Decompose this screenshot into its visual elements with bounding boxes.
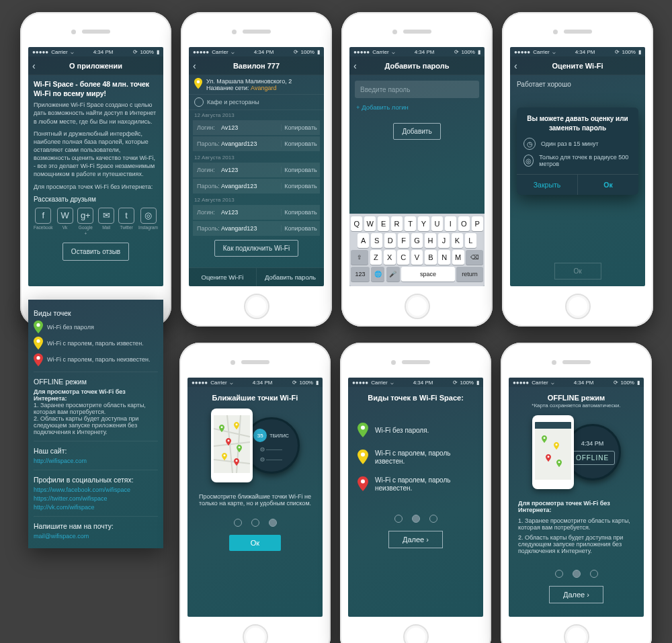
rate-tab[interactable]: Оцените Wi-Fi bbox=[189, 268, 256, 286]
key-z[interactable]: Z bbox=[370, 250, 382, 265]
return-key[interactable]: return bbox=[456, 267, 483, 282]
key-d[interactable]: D bbox=[384, 233, 396, 248]
shift-key[interactable]: ⇧ bbox=[351, 250, 368, 265]
leave-review-button[interactable]: Оставить отзыв bbox=[62, 243, 129, 261]
key-c[interactable]: C bbox=[397, 250, 409, 265]
page-dot[interactable] bbox=[590, 570, 598, 578]
clock-icon: ◷ bbox=[523, 138, 536, 150]
copy-button[interactable]: Копировать bbox=[281, 225, 320, 232]
password-input[interactable]: Введите пароль bbox=[355, 81, 479, 98]
key-s[interactable]: S bbox=[371, 233, 382, 248]
delete-key[interactable]: ⌫ bbox=[466, 250, 483, 265]
page-dot[interactable] bbox=[394, 515, 403, 523]
home-button[interactable] bbox=[403, 624, 429, 643]
page-dot-active[interactable] bbox=[269, 519, 277, 527]
key-o[interactable]: O bbox=[458, 216, 470, 231]
key-j[interactable]: J bbox=[438, 233, 450, 248]
key-h[interactable]: H bbox=[425, 233, 436, 248]
mic-key[interactable]: 🎤 bbox=[386, 267, 400, 282]
share-title: Рассказать друзьям bbox=[34, 195, 158, 204]
page-dot[interactable] bbox=[555, 570, 563, 578]
add-login-link[interactable]: + Добавить логин bbox=[349, 103, 485, 111]
types-title: Виды точек bbox=[34, 309, 158, 317]
key-n[interactable]: N bbox=[438, 250, 450, 265]
key-b[interactable]: B bbox=[425, 250, 437, 265]
key-p[interactable]: P bbox=[472, 216, 483, 231]
key-l[interactable]: L bbox=[465, 233, 476, 248]
home-button[interactable] bbox=[564, 624, 589, 643]
key-v[interactable]: V bbox=[411, 250, 423, 265]
next-button[interactable]: Далее › bbox=[549, 586, 603, 603]
page-dot-active[interactable] bbox=[412, 515, 420, 523]
key-g[interactable]: G bbox=[411, 233, 423, 248]
page-dot[interactable] bbox=[429, 515, 437, 523]
key-t[interactable]: T bbox=[405, 216, 416, 231]
googleplus-icon[interactable]: g+ bbox=[77, 208, 93, 224]
key-q[interactable]: Q bbox=[351, 216, 362, 231]
back-icon[interactable]: ‹ bbox=[32, 60, 36, 71]
mail-title: Напишите нам на почту: bbox=[34, 516, 158, 530]
key-k[interactable]: K bbox=[452, 233, 463, 248]
facebook-icon[interactable]: f bbox=[35, 208, 51, 224]
copy-button[interactable]: Копировать bbox=[281, 124, 320, 131]
key-m[interactable]: M bbox=[452, 250, 464, 265]
home-button[interactable] bbox=[243, 624, 268, 643]
key-r[interactable]: R bbox=[391, 216, 403, 231]
screen-spot: ●●●●●Carrier⌵4:34 PM⟳100%▮ ‹Вавилон 777 … bbox=[189, 47, 324, 286]
add-password-tab[interactable]: Добавить пароль bbox=[256, 268, 324, 286]
pin-yellow-icon bbox=[194, 78, 202, 89]
category-row: Кафе и рестораны bbox=[189, 94, 324, 110]
chevron-right-icon: › bbox=[587, 591, 589, 599]
page-title: Вавилон 777 bbox=[233, 62, 280, 70]
key-e[interactable]: E bbox=[378, 216, 389, 231]
page-title: О приложении bbox=[69, 62, 122, 70]
key-y[interactable]: Y bbox=[418, 216, 429, 231]
page-dot[interactable] bbox=[234, 519, 242, 527]
key-i[interactable]: I bbox=[445, 216, 456, 231]
social-link[interactable]: https://twitter.com/wifispace bbox=[34, 495, 158, 502]
key-x[interactable]: X bbox=[384, 250, 396, 265]
type-row: Wi-Fi с паролем, пароль известен. bbox=[34, 337, 158, 349]
twitter-icon[interactable]: t bbox=[118, 208, 134, 224]
home-button[interactable] bbox=[565, 294, 591, 319]
space-key[interactable]: space bbox=[401, 267, 455, 282]
page-dot[interactable] bbox=[251, 519, 259, 527]
globe-key[interactable]: 🌐 bbox=[371, 267, 384, 282]
modal-title: Вы можете давать оценку или заменять пар… bbox=[523, 114, 632, 132]
about-extended: Виды точек Wi-Fi без пароля Wi-Fi с паро… bbox=[28, 300, 163, 548]
page-title: Добавить пароль bbox=[384, 62, 449, 70]
copy-button[interactable]: Копировать bbox=[281, 140, 320, 147]
status-bar: ●●●●●Carrier⌵4:34 PM⟳100%▮ bbox=[189, 47, 324, 56]
back-icon[interactable]: ‹ bbox=[193, 60, 196, 71]
back-icon[interactable]: ‹ bbox=[353, 60, 357, 71]
screen-add-password: ●●●●●Carrier⌵4:34 PM⟳100%▮ ‹Добавить пар… bbox=[349, 47, 485, 286]
social-link[interactable]: http://vk.com/wifispace bbox=[34, 504, 158, 511]
howto-button[interactable]: Как подключить Wi-Fi bbox=[214, 240, 298, 257]
numbers-key[interactable]: 123 bbox=[351, 267, 370, 282]
page-dot-active[interactable] bbox=[573, 570, 581, 578]
wifi-icon: ⌵ bbox=[71, 49, 74, 55]
ok-button[interactable]: Ок bbox=[229, 535, 281, 551]
vk-icon[interactable]: W bbox=[57, 208, 73, 224]
copy-button[interactable]: Копировать bbox=[281, 167, 320, 173]
modal-close-button[interactable]: Закрыть bbox=[517, 175, 577, 195]
copy-button[interactable]: Копировать bbox=[281, 183, 320, 189]
key-f[interactable]: F bbox=[398, 233, 409, 248]
instagram-icon[interactable]: ◎ bbox=[140, 208, 157, 224]
mail-icon[interactable]: ✉ bbox=[98, 208, 114, 224]
key-w[interactable]: W bbox=[364, 216, 376, 231]
modal-ok-button[interactable]: Ок bbox=[577, 175, 638, 195]
social-link[interactable]: https://www.facebook.com/wifispace bbox=[34, 486, 158, 493]
home-button[interactable] bbox=[244, 294, 269, 319]
date-label: 12 Августа 2013 bbox=[189, 110, 324, 120]
key-a[interactable]: A bbox=[358, 233, 369, 248]
copy-button[interactable]: Копировать bbox=[281, 209, 320, 216]
home-button[interactable] bbox=[405, 294, 430, 319]
site-link[interactable]: http://wifispace.com bbox=[34, 458, 158, 464]
key-u[interactable]: U bbox=[431, 216, 443, 231]
back-icon[interactable]: ‹ bbox=[514, 60, 517, 71]
mini-phone-map bbox=[211, 409, 253, 482]
add-button[interactable]: Добавить bbox=[393, 123, 440, 140]
mail-link[interactable]: mail@wifispace.com bbox=[34, 533, 158, 540]
next-button[interactable]: Далее › bbox=[388, 531, 443, 548]
